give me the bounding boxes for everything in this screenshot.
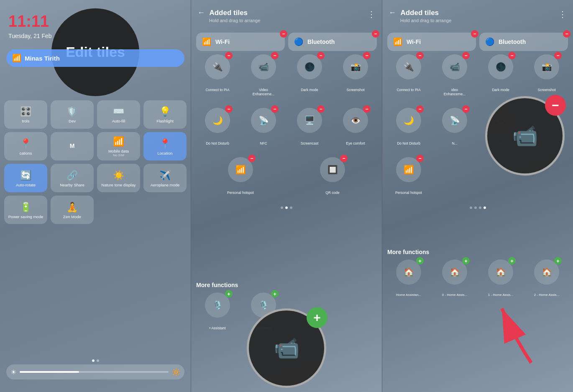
- pdot-1-3: [470, 206, 472, 209]
- hotspot-tile-3[interactable]: 📶 −: [396, 157, 421, 182]
- qr-tile-2[interactable]: 🔲 −: [320, 157, 345, 182]
- wifi-remove-badge-2[interactable]: −: [280, 30, 287, 38]
- wifi-tile-icon-3: 📶: [393, 37, 402, 46]
- more-tile-3-3[interactable]: 🏠 +: [488, 260, 513, 285]
- bluetooth-tile-2[interactable]: 🔵 Bluetooth −: [288, 33, 377, 51]
- hotspot-remove-2[interactable]: −: [248, 155, 256, 162]
- nfc-remove-2[interactable]: −: [271, 105, 279, 113]
- hotspot-label-2: Personal hotspot: [226, 191, 255, 195]
- tile-location[interactable]: 📍 Location: [143, 132, 187, 160]
- wifi-tile-3[interactable]: 📶 Wi-Fi −: [387, 33, 476, 51]
- red-arrow-3: [481, 296, 548, 371]
- nfc-remove-3[interactable]: −: [462, 105, 470, 113]
- menu-icon-3[interactable]: ⋮: [558, 9, 567, 19]
- nfc-tile-3[interactable]: 📡 −: [442, 108, 467, 133]
- more-tile-1-3[interactable]: 🏠 +: [396, 260, 421, 285]
- tile-flashlight[interactable]: 💡 Flashlight: [143, 100, 187, 129]
- pia-tile-2[interactable]: 🔌 −: [205, 54, 230, 79]
- tile-controls[interactable]: 🎛️ trols: [4, 100, 47, 129]
- screenshot-remove-3[interactable]: −: [554, 52, 562, 59]
- panel-1: 11:11 Tuesday, 21 Feb Edit tiles 📶 Minas…: [0, 0, 191, 392]
- pagination-2: [196, 206, 377, 209]
- more-tile-4-3[interactable]: 🏠 +: [534, 260, 559, 285]
- tile-nearby-share[interactable]: 🔗 Nearby Share: [51, 164, 94, 192]
- video-tile-3[interactable]: 📹 −: [442, 54, 467, 79]
- page-dots-1: [0, 359, 191, 362]
- dnd-tile-3[interactable]: 🌙 −: [396, 108, 421, 133]
- screenshot-tile-2[interactable]: 📸 −: [343, 54, 368, 79]
- menu-icon-2[interactable]: ⋮: [367, 9, 376, 19]
- dark-icon-3: 🌑: [496, 62, 506, 72]
- more-functions-3: More functions 🏠 + Home Assistan... 🏠 + …: [387, 249, 568, 300]
- wifi-bar[interactable]: 📶 Minas Tirith: [6, 49, 184, 67]
- tile-m[interactable]: M: [51, 132, 94, 160]
- more-add-2-2[interactable]: +: [271, 290, 279, 298]
- zoom-remove-badge-3[interactable]: −: [545, 95, 566, 116]
- pia-tile-3[interactable]: 🔌 −: [396, 54, 421, 79]
- screencast-tile-2[interactable]: 🖥️ −: [297, 108, 322, 133]
- nfc-tile-2[interactable]: 📡 −: [251, 108, 276, 133]
- back-button-3[interactable]: ←: [389, 8, 396, 17]
- screenshot-remove-2[interactable]: −: [363, 52, 371, 59]
- tile-dev[interactable]: 🛡️ Dev: [51, 100, 94, 129]
- nfc-icon-2: 📡: [258, 115, 269, 125]
- zen-mode-label: Zen Mode: [63, 214, 81, 219]
- home-icon-4-3: 🏠: [542, 267, 552, 277]
- dark-remove-2[interactable]: −: [317, 52, 325, 59]
- header-title-2: Added tiles: [209, 9, 248, 17]
- bluetooth-remove-badge-2[interactable]: −: [372, 30, 379, 38]
- screenshot-tile-3[interactable]: 📸 −: [534, 54, 559, 79]
- wifi-tile-2[interactable]: 📶 Wi-Fi −: [196, 33, 285, 51]
- tile-nature-tone[interactable]: ☀️ Nature tone display: [97, 164, 140, 192]
- wifi-remove-badge-3[interactable]: −: [471, 30, 478, 38]
- time-display: 11:11: [8, 13, 49, 31]
- nfc-icon-3: 📡: [450, 115, 460, 125]
- auto-rotate-icon: 🔄: [20, 170, 31, 181]
- tile-zen-mode[interactable]: 🧘 Zen Mode: [51, 196, 94, 224]
- more-add-2-3[interactable]: +: [462, 257, 470, 265]
- eye-tile-2[interactable]: 👁️ −: [343, 108, 368, 133]
- hotspot-tile-2[interactable]: 📶 −: [228, 157, 253, 182]
- zoom-add-badge-2[interactable]: +: [307, 307, 327, 328]
- zoom-icon-2: 📹: [274, 336, 299, 360]
- hotspot-remove-3[interactable]: −: [416, 155, 424, 162]
- tile-autofill[interactable]: ⌨️ Auto-fill: [97, 100, 140, 129]
- tile-auto-rotate[interactable]: 🔄 Auto-rotate: [4, 164, 47, 192]
- eye-remove-2[interactable]: −: [363, 105, 371, 113]
- bluetooth-remove-badge-3[interactable]: −: [563, 30, 570, 38]
- dnd-remove-3[interactable]: −: [416, 105, 424, 113]
- small-grid-row1-2: 🔌 − Connect to PIA 📹 − Video Enhanceme..…: [196, 54, 377, 96]
- video-tile-2[interactable]: 📹 −: [251, 54, 276, 79]
- more-add-4-3[interactable]: +: [554, 257, 562, 265]
- tile-power-saving[interactable]: 🔋 Power saving mode: [4, 196, 47, 224]
- tile-mobile-data[interactable]: 📶 Mobile data No SIM: [97, 132, 140, 160]
- screencast-remove-2[interactable]: −: [317, 105, 325, 113]
- more-tile-2-3[interactable]: 🏠 +: [442, 260, 467, 285]
- dark-tile-2[interactable]: 🌑 −: [297, 54, 322, 79]
- dnd-remove-2[interactable]: −: [225, 105, 233, 113]
- more-add-1-3[interactable]: +: [416, 257, 424, 265]
- pia-remove-2[interactable]: −: [225, 52, 233, 59]
- back-button-2[interactable]: ←: [197, 8, 205, 17]
- bluetooth-tile-3[interactable]: 🔵 Bluetooth −: [479, 33, 568, 51]
- video-remove-2[interactable]: −: [271, 52, 279, 59]
- more-functions-label-3: More functions: [387, 249, 568, 255]
- brightness-bar[interactable]: ☀ 🔆: [6, 364, 184, 379]
- qr-remove-2[interactable]: −: [340, 155, 348, 162]
- dark-tile-3[interactable]: 🌑 −: [488, 54, 513, 79]
- video-remove-3[interactable]: −: [462, 52, 470, 59]
- screenshot-icon-2: 📸: [350, 62, 361, 72]
- dnd-tile-2[interactable]: 🌙 −: [205, 108, 230, 133]
- pia-remove-3[interactable]: −: [416, 52, 424, 59]
- mobile-data-icon: 📶: [113, 136, 124, 147]
- tile-locations[interactable]: 📍 cations: [4, 132, 47, 160]
- pdot-2-2: [285, 206, 288, 209]
- quick-settings-grid: 🎛️ trols 🛡️ Dev ⌨️ Auto-fill 💡 Flashligh…: [4, 100, 187, 224]
- dark-remove-3[interactable]: −: [508, 52, 516, 59]
- dot-2: [97, 359, 99, 362]
- tile-aeroplane[interactable]: ✈️ Aeroplane mode: [143, 164, 187, 192]
- more-add-1-2[interactable]: +: [225, 290, 233, 298]
- location-label: Location: [158, 151, 173, 155]
- more-tile-1-2[interactable]: 🎙️ +: [205, 293, 230, 318]
- more-add-3-3[interactable]: +: [508, 257, 516, 265]
